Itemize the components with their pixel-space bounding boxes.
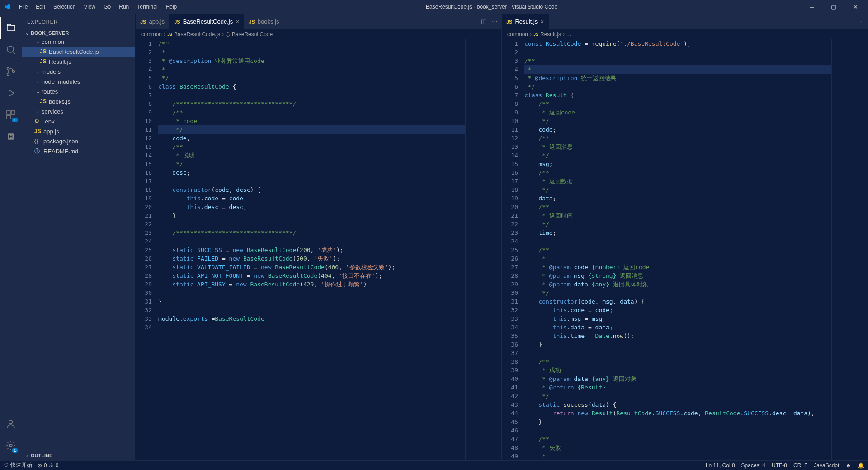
svg-rect-4 — [7, 111, 10, 114]
editor-right[interactable]: 1234567891011121314151617181920212223242… — [502, 39, 868, 460]
status-linecol[interactable]: Ln 11, Col 8 — [706, 462, 735, 469]
statusbar: ♡ 快速开始 ⊗ 0 ⚠ 0 Ln 11, Col 8 Spaces: 4 UT… — [0, 460, 868, 470]
tree-file-baseresultcode[interactable]: JSBaseResultCode.js — [22, 47, 135, 57]
titlebar: File Edit Selection View Go Run Terminal… — [0, 0, 868, 14]
svg-point-3 — [13, 71, 15, 73]
status-eol[interactable]: CRLF — [793, 462, 807, 469]
tree-file-env[interactable]: ⚙.env — [22, 116, 135, 126]
more-icon[interactable]: ⋯ — [858, 18, 864, 25]
menu-go[interactable]: Go — [100, 2, 114, 12]
editor-group-right: JSResult.js× ⋯ common› JSResult.js› ... … — [502, 14, 868, 460]
tree-folder-routes[interactable]: ⌄routes — [22, 86, 135, 96]
maximize-button[interactable]: ▢ — [825, 0, 843, 14]
sidebar-title: EXPLORER — [27, 19, 58, 24]
status-launch[interactable]: ♡ 快速开始 — [4, 461, 32, 469]
tree-folder-services[interactable]: ›services — [22, 106, 135, 116]
chevron-down-icon: ⌄ — [24, 31, 31, 36]
activitybar: 1 H 1 — [0, 14, 22, 460]
menu-file[interactable]: File — [15, 2, 31, 12]
run-debug-icon[interactable] — [0, 82, 22, 104]
status-language[interactable]: JavaScript — [814, 462, 839, 469]
breadcrumb-left[interactable]: common› JSBaseResultCode.js› ⬡BaseResult… — [136, 29, 501, 39]
svg-point-10 — [9, 444, 12, 447]
source-control-icon[interactable] — [0, 61, 22, 82]
close-button[interactable]: ✕ — [846, 0, 864, 14]
svg-text:H: H — [9, 133, 13, 139]
minimize-button[interactable]: ─ — [803, 0, 821, 14]
editor-group-left: JSapp.js JSBaseResultCode.js× JSbooks.js… — [136, 14, 502, 460]
project-name: BOOK_SERVER — [31, 30, 69, 36]
svg-rect-5 — [11, 111, 15, 114]
tree-file-readme[interactable]: ⓘREADME.md — [22, 146, 135, 156]
svg-point-1 — [7, 68, 9, 70]
svg-point-2 — [7, 73, 9, 76]
minimap-right[interactable] — [831, 39, 868, 460]
explorer-icon[interactable] — [0, 17, 22, 39]
menu-edit[interactable]: Edit — [32, 2, 49, 12]
split-editor-icon[interactable]: ◫ — [481, 18, 486, 25]
tabs-right: JSResult.js× ⋯ — [502, 14, 868, 29]
tree-folder-common[interactable]: ⌄common — [22, 37, 135, 47]
tab-books[interactable]: JSbooks.js — [244, 14, 284, 29]
status-bell-icon[interactable]: 🔔 — [858, 462, 864, 469]
breadcrumb-right[interactable]: common› JSResult.js› ... — [502, 29, 868, 39]
help-icon[interactable]: H — [0, 126, 22, 147]
status-problems[interactable]: ⊗ 0 ⚠ 0 — [38, 462, 58, 469]
sidebar: EXPLORER ⋯ ⌄ BOOK_SERVER ⌄common JSBaseR… — [22, 14, 136, 460]
outline-section-header[interactable]: › OUTLINE — [22, 451, 135, 460]
file-tree: ⌄common JSBaseResultCode.js JSResult.js … — [22, 37, 135, 156]
status-encoding[interactable]: UTF-8 — [772, 462, 787, 469]
menu-run[interactable]: Run — [115, 2, 132, 12]
tree-folder-nodemodules[interactable]: ›node_modules — [22, 76, 135, 86]
tree-file-books[interactable]: JSbooks.js — [22, 96, 135, 106]
project-section-header[interactable]: ⌄ BOOK_SERVER — [22, 29, 135, 37]
editor-left[interactable]: 1234567891011121314151617181920212223242… — [136, 39, 501, 460]
tree-file-package[interactable]: {}package.json — [22, 136, 135, 146]
accounts-icon[interactable] — [0, 413, 22, 435]
close-icon[interactable]: × — [236, 18, 239, 25]
tabs-left: JSapp.js JSBaseResultCode.js× JSbooks.js… — [136, 14, 501, 29]
svg-point-0 — [7, 46, 14, 52]
menu-help[interactable]: Help — [162, 2, 181, 12]
status-feedback-icon[interactable]: ☻ — [845, 462, 851, 469]
tab-app[interactable]: JSapp.js — [136, 14, 170, 29]
menu-terminal[interactable]: Terminal — [133, 2, 161, 12]
status-spaces[interactable]: Spaces: 4 — [741, 462, 765, 469]
search-icon[interactable] — [0, 39, 22, 61]
tree-folder-models[interactable]: ›models — [22, 66, 135, 76]
tab-result[interactable]: JSResult.js× — [502, 14, 549, 29]
tree-file-app[interactable]: JSapp.js — [22, 126, 135, 136]
tree-file-result[interactable]: JSResult.js — [22, 57, 135, 66]
svg-point-9 — [9, 420, 13, 424]
menu-view[interactable]: View — [80, 2, 99, 12]
sidebar-more-icon[interactable]: ⋯ — [124, 19, 130, 24]
extensions-icon[interactable]: 1 — [0, 104, 22, 126]
close-icon[interactable]: × — [540, 18, 544, 25]
settings-icon[interactable]: 1 — [0, 435, 22, 456]
minimap-left[interactable] — [465, 39, 501, 460]
menu-selection[interactable]: Selection — [50, 2, 79, 12]
more-icon[interactable]: ⋯ — [492, 18, 498, 25]
window-title: BaseResultCode.js - book_server - Visual… — [180, 4, 803, 10]
vscode-icon — [4, 3, 11, 10]
tab-baseresultcode[interactable]: JSBaseResultCode.js× — [170, 14, 244, 29]
svg-rect-6 — [7, 115, 10, 119]
